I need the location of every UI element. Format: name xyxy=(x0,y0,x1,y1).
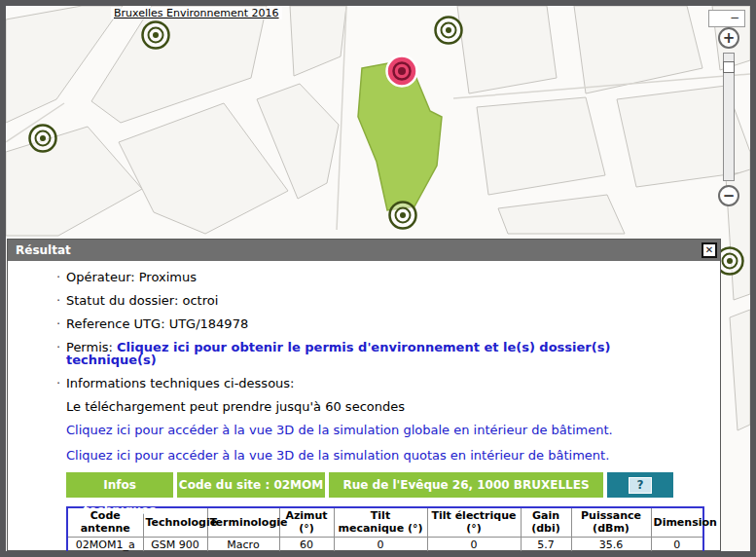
cell: 0 xyxy=(651,552,703,557)
help-button[interactable]: ? xyxy=(607,472,673,498)
col-header: Puissance (dBm) xyxy=(571,507,651,537)
download-note: Le téléchargement peut prendre jusqu'à 6… xyxy=(66,400,701,413)
info-line-permis: Permis: Cliquez ici pour obtenir le perm… xyxy=(66,341,701,366)
table-header-row: Code antenne Technologie Terminologie Az… xyxy=(67,507,703,537)
cell: 120 xyxy=(279,552,334,557)
cell: 02MOM1_a xyxy=(67,537,143,552)
result-modal: Résultat ✕ Opérateur: Proximus Statut du… xyxy=(7,239,721,551)
permis-link[interactable]: Cliquez ici pour obtenir le permis d'env… xyxy=(66,340,610,367)
cell: 38.6 xyxy=(571,552,651,557)
link-line-3d-quotas: Cliquez ici pour accéder à la vue 3D de … xyxy=(66,449,701,462)
selected-antenna-marker-icon[interactable] xyxy=(383,53,420,90)
zoom-in-button[interactable]: + xyxy=(718,27,739,49)
map-attribution-link[interactable]: Bruxelles Environnement 2016 xyxy=(111,7,282,19)
plus-icon: + xyxy=(723,29,736,47)
question-icon: ? xyxy=(629,477,652,494)
col-header: Dimension xyxy=(651,507,703,537)
info-line-tech-below: Informations techniques ci-dessous: xyxy=(66,377,701,390)
app-window: Bruxelles Environnement 2016 xyxy=(0,0,756,557)
cell: 0 xyxy=(427,552,521,557)
antenna-icon xyxy=(26,122,59,155)
collapse-icon: − xyxy=(730,11,739,24)
zoom-out-button[interactable]: − xyxy=(718,185,739,206)
cell: 5.7 xyxy=(521,537,571,552)
col-header: Tilt mecanique (°) xyxy=(334,507,427,537)
modal-titlebar: Résultat ✕ xyxy=(8,240,720,261)
link-line-3d-global: Cliquez ici pour accéder à la vue 3D de … xyxy=(66,424,701,436)
antenna-marker-icon[interactable] xyxy=(139,19,172,52)
collapse-panel-button[interactable]: − xyxy=(708,10,745,27)
info-line-operator: Opérateur: Proximus xyxy=(66,271,701,283)
site-header-bar: Infos techniques Code du site : 02MOM Ru… xyxy=(66,472,701,498)
link-3d-global[interactable]: Cliquez ici pour accéder à la vue 3D de … xyxy=(66,423,613,437)
col-header: Terminologie xyxy=(207,507,279,537)
cell: 02MOM1_b xyxy=(67,552,143,557)
col-header: Azimut (°) xyxy=(279,507,334,537)
site-code-label: Code du site : 02MOM xyxy=(177,472,325,498)
antenna-marker-icon[interactable] xyxy=(26,122,59,155)
col-header: Tilt électrique (°) xyxy=(427,507,521,537)
site-address-label: Rue de l'Evêque 26, 1000 BRUXELLES xyxy=(329,472,603,498)
link-3d-quotas[interactable]: Cliquez ici pour accéder à la vue 3D de … xyxy=(66,448,609,463)
cell: GSM 900 xyxy=(143,552,207,557)
close-button[interactable]: ✕ xyxy=(702,242,717,258)
minus-icon: − xyxy=(723,187,736,204)
infos-techniques-label: Infos techniques xyxy=(66,472,173,498)
zoom-slider-thumb[interactable] xyxy=(723,61,735,73)
cell: 0 xyxy=(334,552,427,557)
modal-title: Résultat xyxy=(16,243,71,257)
col-header: Gain (dbi) xyxy=(521,507,571,537)
antenna-marker-icon[interactable] xyxy=(432,14,465,47)
close-icon: ✕ xyxy=(705,244,713,255)
cell: Macro xyxy=(207,537,279,552)
cell: GSM 900 xyxy=(143,537,207,552)
selected-antenna-icon xyxy=(383,53,420,90)
antenna-icon xyxy=(386,199,419,232)
antenna-table: Code antenne Technologie Terminologie Az… xyxy=(66,506,704,557)
cell: 60 xyxy=(279,537,334,552)
table-row: 02MOM1_b GSM 900 Macro 120 0 0 5.7 38.6 … xyxy=(67,552,703,557)
antenna-marker-icon[interactable] xyxy=(386,199,419,232)
antenna-icon xyxy=(432,14,465,47)
info-line-reference: Reference UTG: UTG/184978 xyxy=(66,317,701,330)
info-line-status: Statut du dossier: octroi xyxy=(66,294,701,307)
cell: 5.7 xyxy=(521,552,571,557)
cell: 0 xyxy=(651,537,703,552)
antenna-icon xyxy=(139,19,172,52)
zoom-slider-track[interactable] xyxy=(723,53,735,181)
modal-body: Opérateur: Proximus Statut du dossier: o… xyxy=(8,261,720,557)
cell: 0 xyxy=(334,537,427,552)
cell: 0 xyxy=(427,537,521,552)
table-row: 02MOM1_a GSM 900 Macro 60 0 0 5.7 35.6 0 xyxy=(67,537,703,552)
cell: 35.6 xyxy=(571,537,651,552)
cell: Macro xyxy=(207,552,279,557)
